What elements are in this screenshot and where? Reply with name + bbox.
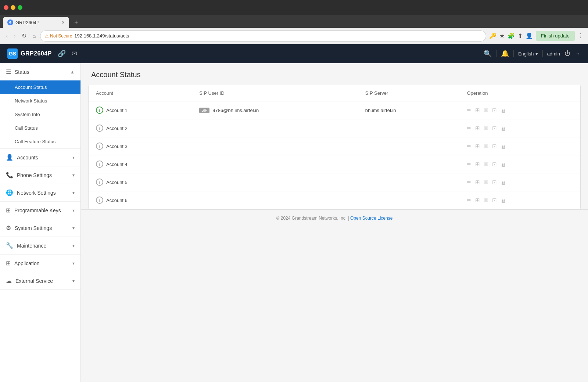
- keypad-icon[interactable]: ⊞: [475, 179, 480, 185]
- bookmark-icon[interactable]: ★: [499, 32, 505, 39]
- back-button[interactable]: ‹: [4, 31, 9, 41]
- lock-warning-icon: ⚠: [45, 33, 49, 39]
- browser-top-bar: [0, 0, 588, 15]
- sidebar-item-account-status[interactable]: Account Status: [0, 80, 80, 94]
- open-source-license-link[interactable]: Open Source License: [350, 216, 392, 221]
- print-icon[interactable]: 🖨: [501, 125, 506, 131]
- message-icon[interactable]: ✉: [484, 143, 488, 149]
- home-button[interactable]: ⌂: [31, 31, 37, 41]
- browser-menu-icon[interactable]: ⋮: [578, 32, 584, 39]
- keypad-icon[interactable]: ⊞: [475, 161, 480, 167]
- address-bar[interactable]: ⚠ Not Secure 192.168.1.249/status/acts: [40, 30, 486, 42]
- browser-toolbar: ‹ › ↻ ⌂ ⚠ Not Secure 192.168.1.249/statu…: [0, 28, 588, 44]
- sidebar-section-maintenance-header[interactable]: 🔧 Maintenance ▾: [0, 237, 80, 254]
- finish-update-button[interactable]: Finish update: [536, 31, 575, 41]
- sidebar-section-programmable-keys-header[interactable]: ⊞ Programmable Keys ▾: [0, 202, 80, 219]
- table-row: iAccount 4✏⊞✉⊡🖨: [89, 155, 580, 173]
- operation-cell-1: ✏⊞✉⊡🖨: [459, 101, 580, 119]
- edit-icon[interactable]: ✏: [467, 197, 472, 203]
- sidebar-section-status-header[interactable]: ☰ Status ▲: [0, 63, 80, 80]
- display-icon[interactable]: ⊡: [492, 125, 497, 131]
- email-icon[interactable]: ✉: [72, 50, 77, 58]
- new-tab-button[interactable]: +: [71, 17, 81, 28]
- col-sip-server: SIP Server: [358, 85, 460, 101]
- registered-icon: i: [96, 107, 103, 114]
- sidebar-item-system-info[interactable]: System Info: [0, 108, 80, 121]
- message-icon[interactable]: ✉: [484, 107, 488, 113]
- sip-server-cell-1: bh.ims.airtel.in: [358, 101, 460, 119]
- application-icon: ⊞: [6, 260, 11, 267]
- message-icon[interactable]: ✉: [484, 197, 488, 203]
- close-window-button[interactable]: [4, 5, 8, 10]
- message-icon[interactable]: ✉: [484, 179, 488, 185]
- search-icon[interactable]: 🔍: [484, 50, 492, 58]
- logout-icon[interactable]: →: [575, 50, 581, 57]
- admin-label: admin: [547, 51, 560, 57]
- sidebar-section-phone-settings-header[interactable]: 📞 Phone Settings ▾: [0, 166, 80, 184]
- message-icon[interactable]: ✉: [484, 125, 488, 131]
- maximize-window-button[interactable]: [18, 5, 22, 10]
- profile-icon[interactable]: 👤: [526, 32, 533, 39]
- keypad-icon[interactable]: ⊞: [475, 125, 480, 131]
- minimize-window-button[interactable]: [11, 5, 15, 10]
- browser-tab[interactable]: G GRP2604P ×: [3, 17, 69, 28]
- table-row: iAccount 3✏⊞✉⊡🖨: [89, 137, 580, 155]
- extensions-icon[interactable]: 🧩: [508, 32, 515, 39]
- tab-close-button[interactable]: ×: [62, 19, 65, 25]
- print-icon[interactable]: 🖨: [501, 107, 506, 113]
- notifications-icon[interactable]: 🔔: [501, 50, 509, 58]
- keypad-icon[interactable]: ⊞: [475, 197, 480, 203]
- print-icon[interactable]: 🖨: [501, 161, 506, 167]
- sidebar-section-external-service-header[interactable]: ☁ External Service ▾: [0, 272, 80, 289]
- sidebar-section-application-header[interactable]: ⊞ Application ▾: [0, 255, 80, 272]
- display-icon[interactable]: ⊡: [492, 107, 497, 113]
- footer-copyright: © 2024 Grandstream Networks, Inc.: [276, 216, 347, 221]
- edit-icon[interactable]: ✏: [467, 161, 472, 167]
- edit-icon[interactable]: ✏: [467, 143, 472, 149]
- display-icon[interactable]: ⊡: [492, 161, 497, 167]
- account-name: Account 4: [106, 162, 128, 167]
- power-icon[interactable]: ⏻: [564, 50, 570, 57]
- sidebar-section-system-settings: ⚙ System Settings ▾: [0, 219, 80, 237]
- edit-icon[interactable]: ✏: [467, 107, 472, 113]
- sidebar-section-accounts-header[interactable]: 👤 Accounts ▾: [0, 149, 80, 166]
- system-settings-label: System Settings: [15, 225, 52, 231]
- network-settings-label: Network Settings: [17, 190, 56, 196]
- keypad-icon[interactable]: ⊞: [475, 143, 480, 149]
- table-row: iAccount 5✏⊞✉⊡🖨: [89, 173, 580, 191]
- app-title: GRP2604P: [21, 50, 52, 57]
- sidebar-section-external-service: ☁ External Service ▾: [0, 272, 80, 290]
- keypad-icon[interactable]: ⊞: [475, 107, 480, 113]
- network-settings-chevron-icon: ▾: [72, 190, 75, 195]
- password-manager-icon[interactable]: 🔑: [489, 32, 496, 39]
- reload-button[interactable]: ↻: [20, 31, 28, 41]
- lang-chevron-icon: ▾: [535, 51, 538, 57]
- display-icon[interactable]: ⊡: [492, 143, 497, 149]
- sidebar-item-call-status[interactable]: Call Status: [0, 121, 80, 135]
- table-row: iAccount 1SIP9786@bh.ims.airtel.inbh.ims…: [89, 101, 580, 119]
- link-icon[interactable]: 🔗: [58, 50, 66, 58]
- share-icon[interactable]: ⬆: [518, 32, 523, 39]
- edit-icon[interactable]: ✏: [467, 179, 472, 185]
- traffic-lights: [4, 5, 22, 10]
- print-icon[interactable]: 🖨: [501, 197, 506, 203]
- table-row: iAccount 2✏⊞✉⊡🖨: [89, 119, 580, 137]
- language-selector[interactable]: English ▾: [518, 51, 538, 57]
- sidebar-item-call-feature-status[interactable]: Call Feature Status: [0, 135, 80, 148]
- sidebar-section-system-settings-header[interactable]: ⚙ System Settings ▾: [0, 219, 80, 237]
- sidebar-section-network-settings-header[interactable]: 🌐 Network Settings ▾: [0, 184, 80, 201]
- print-icon[interactable]: 🖨: [501, 143, 506, 149]
- system-settings-icon: ⚙: [6, 224, 11, 231]
- forward-button[interactable]: ›: [12, 31, 17, 41]
- sidebar-item-network-status[interactable]: Network Status: [0, 94, 80, 108]
- account-cell-2: iAccount 2: [89, 119, 192, 137]
- accounts-chevron-icon: ▾: [72, 155, 75, 160]
- print-icon[interactable]: 🖨: [501, 179, 506, 185]
- message-icon[interactable]: ✉: [484, 161, 488, 167]
- edit-icon[interactable]: ✏: [467, 125, 472, 131]
- display-icon[interactable]: ⊡: [492, 197, 497, 203]
- display-icon[interactable]: ⊡: [492, 179, 497, 185]
- status-section-icon: ☰: [6, 68, 11, 75]
- app-header: GS GRP2604P 🔗 ✉ 🔍 🔔 English ▾ admin ⏻ →: [0, 44, 588, 63]
- header-divider-1: [496, 50, 496, 57]
